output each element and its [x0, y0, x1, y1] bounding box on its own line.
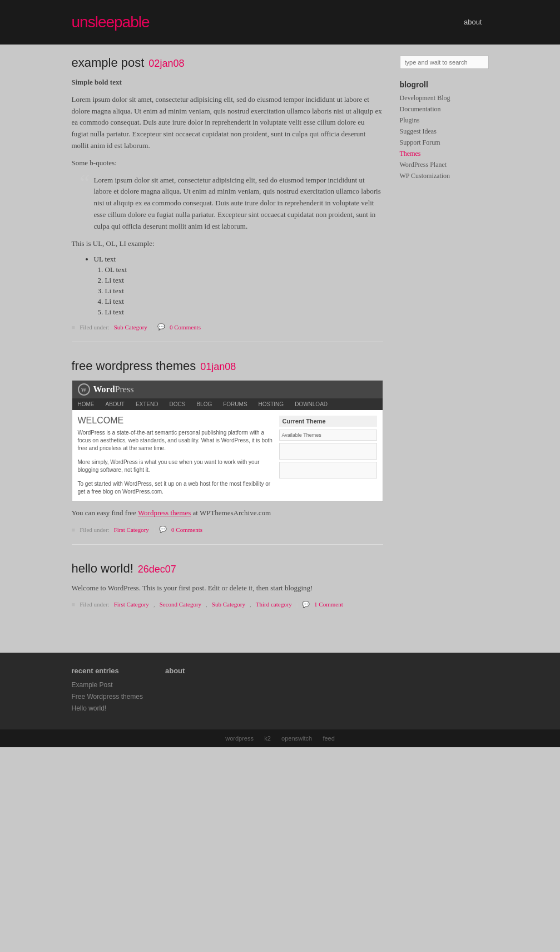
ol-item: OL text [105, 265, 383, 274]
footer-link-k2[interactable]: k2 [264, 735, 271, 742]
blogroll-plugins[interactable]: Plugins [400, 116, 420, 124]
site-logo: unsleepable [72, 13, 150, 31]
blogroll-section: blogroll Development Blog Documentation … [400, 80, 489, 180]
main-wrapper: example post02jan08 Simple bold text Lor… [72, 45, 489, 647]
search-input[interactable] [400, 56, 489, 69]
screenshot-nav-download[interactable]: DOWNLOAD [289, 399, 333, 409]
list-item: Documentation [400, 105, 489, 114]
blogroll-documentation[interactable]: Documentation [400, 105, 441, 113]
post-title-link-hello[interactable]: hello world! [72, 561, 133, 575]
screenshot-body-p3: To get started with WordPress, set it up… [78, 480, 274, 496]
blogroll-dev-blog[interactable]: Development Blog [400, 94, 450, 102]
category-link-example[interactable]: Sub Category [114, 324, 147, 331]
filed-icon-2: ■ [72, 526, 76, 533]
wp-themes-text-suffix: at WPThemesArchive.com [191, 509, 271, 517]
screenshot-theme-item: Available Themes [279, 430, 377, 441]
recent-entry-1[interactable]: Example Post [72, 681, 113, 689]
blogroll-support-forum[interactable]: Support Forum [400, 139, 440, 146]
meta-separator-3: | [296, 601, 298, 608]
footer-link-feed[interactable]: feed [323, 735, 334, 742]
logo-prefix: un [72, 13, 88, 31]
footer-link-openswitch[interactable]: openswitch [281, 735, 312, 742]
nav-about[interactable]: about [457, 18, 489, 26]
screenshot-nav-docs[interactable]: DOCS [164, 399, 191, 409]
wp-themes-link[interactable]: Wordpress themes [138, 509, 191, 517]
comment-icon-3: 💬 [302, 601, 310, 608]
category-link-wp-themes[interactable]: First Category [114, 526, 149, 533]
list-item: Example Post [72, 680, 143, 689]
screenshot-nav-forums[interactable]: FORUMS [217, 399, 252, 409]
footer-about-title: about [165, 667, 185, 675]
li-item-2: Li text [105, 287, 383, 295]
meta-separator: | [152, 324, 153, 331]
footer-link-wordpress[interactable]: wordpress [225, 735, 254, 742]
list-item: WP Customization [400, 171, 489, 180]
post-title-example: example post02jan08 [72, 56, 383, 70]
post-body-text: Lorem ipsum dolor sit amet, consectetur … [72, 94, 383, 152]
filed-icon-3: ■ [72, 601, 76, 608]
post-hello-world: hello world!26dec07 Welcome to WordPress… [72, 561, 383, 619]
list-item: WordPress Planet [400, 160, 489, 169]
screenshot-theme-item-3 [279, 462, 377, 479]
list-section: UL text OL text Li text Li text Li text … [72, 255, 383, 317]
screenshot-logo: W WordPress [78, 383, 134, 396]
screenshot-theme-item-2 [279, 443, 377, 460]
screenshot-sidebar-header: Current Theme [279, 416, 377, 427]
post-meta-hello: ■ Filed under: First Category, Second Ca… [72, 601, 383, 608]
wp-themes-text-prefix: You can easy find free [72, 509, 138, 517]
filed-icon: ■ [72, 324, 76, 331]
list-item: Suggest Ideas [400, 127, 489, 136]
li-item-1: Li text [105, 276, 383, 285]
footer-main: recent entries Example Post Free Wordpre… [0, 653, 560, 729]
blogroll-themes[interactable]: Themes [400, 150, 421, 157]
footer-about: about [165, 667, 185, 716]
site-header: unsleepable about [0, 0, 560, 45]
post-body-example: Simple bold text Lorem ipsum dolor sit a… [72, 77, 383, 317]
category-link-hello-3[interactable]: Sub Category [212, 601, 245, 608]
blogroll-wp-customization[interactable]: WP Customization [400, 172, 450, 180]
category-link-hello-2[interactable]: Second Category [160, 601, 201, 608]
screenshot-body-p2: More simply, WordPress is what you use w… [78, 458, 274, 474]
filed-under-label-3: Filed under: [80, 601, 109, 608]
comments-link-hello[interactable]: 1 Comment [314, 601, 343, 608]
category-link-hello-1[interactable]: First Category [114, 601, 149, 608]
screenshot-nav-home[interactable]: HOME [72, 399, 100, 409]
wp-themes-text: You can easy find free Wordpress themes … [72, 507, 383, 519]
content-area: example post02jan08 Simple bold text Lor… [72, 56, 383, 636]
blogroll-wp-planet[interactable]: WordPress Planet [400, 161, 447, 169]
post-body-wp-themes: You can easy find free Wordpress themes … [72, 507, 383, 519]
screenshot-nav-blog[interactable]: BLOG [191, 399, 217, 409]
category-link-hello-4[interactable]: Third category [256, 601, 292, 608]
comment-icon-2: 💬 [159, 526, 167, 533]
screenshot-logo-circle: W [78, 383, 90, 396]
post-title-link-example[interactable]: example post [72, 56, 145, 70]
screenshot-nav-extend[interactable]: EXTEND [130, 399, 164, 409]
recent-entry-2[interactable]: Free Wordpress themes [72, 693, 143, 701]
recent-entry-3[interactable]: Hello world! [72, 704, 107, 712]
post-blockquote: Lorem ipsum dolor sit amet, consectetur … [83, 175, 383, 233]
post-wp-themes: free wordpress themes01jan08 W WordPress… [72, 359, 383, 545]
ul-item: UL text [94, 255, 383, 264]
comments-link-wp-themes[interactable]: 0 Comments [171, 526, 202, 533]
post-date-wp-themes: 01jan08 [200, 361, 236, 372]
post-title-link-wp-themes[interactable]: free wordpress themes [72, 359, 196, 373]
screenshot-body-right: Current Theme Available Themes [279, 416, 377, 496]
list-item: Plugins [400, 116, 489, 125]
screenshot-topbar: W WordPress [72, 381, 383, 398]
bquote-label: Some b-quotes: [72, 157, 383, 169]
post-meta-example: ■ Filed under: Sub Category | 💬 0 Commen… [72, 323, 383, 331]
post-example: example post02jan08 Simple bold text Lor… [72, 56, 383, 342]
ol-list: OL text Li text Li text Li text Li text [105, 265, 383, 317]
comments-link-example[interactable]: 0 Comments [170, 324, 201, 331]
ul-list: UL text [94, 255, 383, 264]
screenshot-welcome: WELCOME [78, 416, 274, 426]
logo-suffix: able [122, 13, 150, 31]
wp-screenshot: W WordPress HOME ABOUT EXTEND DOCS BLOG … [72, 380, 383, 502]
screenshot-nav-about[interactable]: ABOUT [100, 399, 130, 409]
blogroll-suggest-ideas[interactable]: Suggest Ideas [400, 127, 437, 135]
post-date-hello: 26dec07 [138, 564, 176, 575]
screenshot-logo-text: WordPress [93, 384, 134, 394]
screenshot-nav-hosting[interactable]: HOSTING [253, 399, 290, 409]
hello-body-text: Welcome to WordPress. This is your first… [72, 583, 383, 594]
recent-entries-title: recent entries [72, 667, 143, 675]
